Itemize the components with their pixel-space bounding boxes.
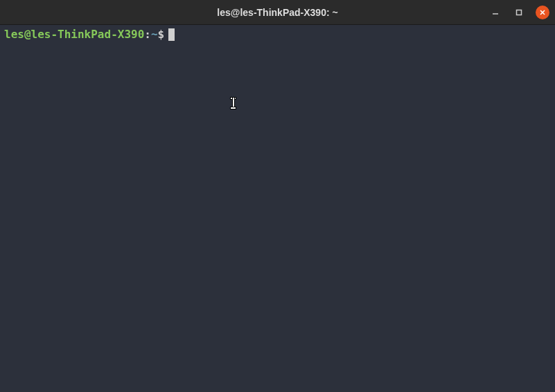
- svg-rect-1: [517, 10, 522, 15]
- terminal-body[interactable]: les@les-ThinkPad-X390:~$: [0, 25, 555, 392]
- titlebar[interactable]: les@les-ThinkPad-X390: ~: [0, 0, 555, 25]
- close-icon: [539, 9, 546, 16]
- minimize-button[interactable]: [488, 6, 502, 19]
- prompt-user-host: les@les-ThinkPad-X390: [4, 28, 144, 42]
- window-title: les@les-ThinkPad-X390: ~: [217, 7, 337, 18]
- ibeam-cursor-icon: [231, 98, 236, 109]
- terminal-cursor: [168, 28, 175, 41]
- prompt-cwd: ~: [151, 28, 158, 42]
- prompt-line: les@les-ThinkPad-X390:~$: [4, 28, 551, 42]
- close-button[interactable]: [536, 6, 549, 19]
- window-controls: [488, 6, 549, 19]
- prompt-separator: :: [144, 28, 151, 42]
- prompt-symbol: $: [158, 28, 165, 42]
- maximize-icon: [516, 9, 522, 16]
- minimize-icon: [492, 9, 499, 16]
- maximize-button[interactable]: [512, 6, 526, 19]
